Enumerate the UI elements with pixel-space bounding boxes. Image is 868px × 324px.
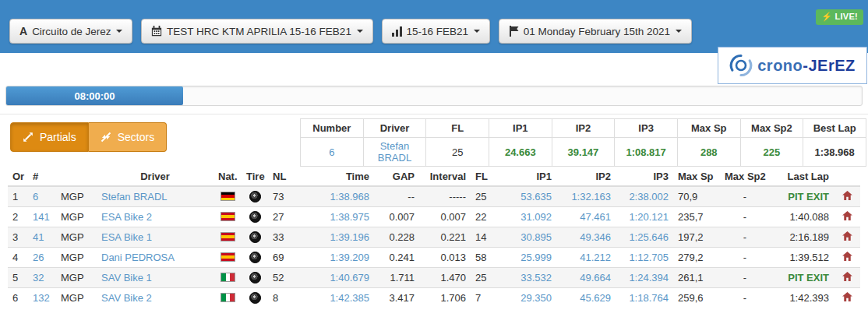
summary-column-header: FL	[426, 119, 489, 138]
time-cell[interactable]: 1:39.196	[296, 227, 374, 248]
time-cell[interactable]: 1:38.975	[296, 207, 374, 227]
ip3-cell[interactable]: 1:18.764	[616, 288, 673, 308]
nl-cell: 52	[268, 268, 296, 288]
summary-ip3-cell: 1:08.817	[615, 138, 678, 167]
num-cell[interactable]: 41	[28, 227, 56, 248]
or-cell: 4	[8, 248, 28, 268]
event-dropdown[interactable]: TEST HRC KTM APRILIA 15-16 FEB21	[141, 19, 373, 44]
ip2-cell[interactable]: 47.461	[556, 207, 616, 227]
or-cell: 6	[8, 288, 28, 308]
nationality-cell	[213, 227, 242, 248]
driver-cell[interactable]: Stefan BRADL	[97, 186, 213, 207]
timing-column-header: Interval	[419, 167, 471, 186]
maxsp-cell: 261,1	[673, 268, 720, 288]
partials-button[interactable]: Partials	[10, 122, 89, 152]
home-icon[interactable]	[842, 272, 852, 281]
home-icon[interactable]	[842, 292, 852, 301]
ip3-cell[interactable]: 1:20.121	[616, 207, 673, 227]
maxsp2-cell: -	[720, 248, 770, 268]
maxsp2-cell: -	[720, 186, 770, 207]
pit-home-cell	[834, 207, 860, 227]
circuit-dropdown[interactable]: A Circuito de Jerez	[9, 19, 132, 44]
tire-cell	[242, 288, 268, 308]
maxsp-cell: 259,6	[673, 288, 720, 308]
summary-column-header: IP2	[552, 119, 615, 138]
gap-cell: --	[374, 186, 419, 207]
timing-column-header: Nat.	[213, 167, 242, 186]
driver-cell[interactable]: SAV Bike 2	[97, 288, 213, 308]
last-lap-cell: 1:40.088	[770, 207, 834, 227]
ip1-cell[interactable]: 53.635	[499, 186, 556, 207]
pit-home-cell	[834, 248, 860, 268]
driver-cell[interactable]: ESA Bike 1	[97, 227, 213, 248]
num-cell[interactable]: 132	[28, 288, 56, 308]
driver-cell[interactable]: Dani PEDROSA	[97, 248, 213, 268]
es-flag-icon	[221, 212, 235, 221]
num-cell[interactable]: 26	[28, 248, 56, 268]
session-group-dropdown[interactable]: 15-16 FEB21	[382, 19, 491, 44]
ip3-cell[interactable]: 2:38.002	[616, 186, 673, 207]
timing-column-header: Driver	[97, 167, 213, 186]
home-icon[interactable]	[842, 231, 852, 241]
ip2-cell[interactable]: 49.664	[556, 268, 616, 288]
fl-cell: 25	[471, 186, 499, 207]
ip3-cell[interactable]: 1:25.646	[616, 227, 673, 248]
ip3-cell[interactable]: 1:12.705	[616, 248, 673, 268]
num-cell[interactable]: 141	[28, 207, 56, 227]
last-lap-cell: 1:42.393	[770, 288, 834, 308]
nationality-cell	[213, 248, 242, 268]
ip2-cell[interactable]: 41.212	[556, 248, 616, 268]
sectors-button[interactable]: Sectors	[89, 122, 167, 152]
home-icon[interactable]	[842, 191, 852, 200]
interval-cell: 0.221	[419, 227, 471, 248]
num-cell[interactable]: 32	[28, 268, 56, 288]
table-row: 16MGPStefan BRADL731:38.968-------2553.6…	[8, 186, 860, 207]
ip2-cell[interactable]: 49.346	[556, 227, 616, 248]
ip1-cell[interactable]: 25.999	[499, 248, 556, 268]
home-icon[interactable]	[842, 211, 852, 220]
summary-driver-cell[interactable]: Stefan BRADL	[363, 138, 426, 167]
driver-cell[interactable]: ESA Bike 2	[97, 207, 213, 227]
maxsp-cell: 70,9	[673, 186, 720, 207]
pit-home-cell	[834, 268, 860, 288]
fl-cell: 22	[471, 207, 499, 227]
ip1-cell[interactable]: 29.350	[499, 288, 556, 308]
tire-icon	[249, 252, 261, 263]
timing-column-header	[834, 167, 860, 186]
summary-column-header: Max Sp	[677, 119, 740, 138]
ip2-cell[interactable]: 1:32.163	[556, 186, 616, 207]
live-label: LIVE!	[834, 12, 858, 21]
ip1-cell[interactable]: 31.092	[499, 207, 556, 227]
time-cell[interactable]: 1:40.679	[296, 268, 374, 288]
timing-column-header: IP1	[499, 167, 556, 186]
time-cell[interactable]: 1:38.968	[296, 186, 374, 207]
ip1-cell[interactable]: 30.895	[499, 227, 556, 248]
ip1-cell[interactable]: 33.532	[499, 268, 556, 288]
ip2-cell[interactable]: 45.629	[556, 288, 616, 308]
num-cell[interactable]: 6	[28, 186, 56, 207]
partials-label: Partials	[40, 131, 76, 143]
ip3-cell[interactable]: 1:24.394	[616, 268, 673, 288]
interval-cell: 1.706	[419, 288, 471, 308]
event-dropdown-label: TEST HRC KTM APRILIA 15-16 FEB21	[167, 26, 351, 37]
es-flag-icon	[221, 252, 235, 262]
live-status-badge: ⚡LIVE!	[816, 9, 863, 25]
or-cell: 5	[8, 268, 28, 288]
time-cell[interactable]: 1:42.385	[296, 288, 374, 308]
summary-value-row: 6Stefan BRADL2524.66339.1471:08.81728822…	[301, 138, 866, 167]
session-clock: 08:00:00	[74, 90, 115, 102]
time-cell[interactable]: 1:39.209	[296, 248, 374, 268]
gap-cell: 1.711	[374, 268, 419, 288]
summary-number-cell[interactable]: 6	[301, 138, 364, 167]
timing-column-header: Tire	[242, 167, 268, 186]
day-dropdown[interactable]: 01 Monday February 15th 2021	[499, 19, 692, 44]
nationality-cell	[213, 186, 242, 207]
it-flag-icon	[221, 293, 235, 302]
timing-column-header: GAP	[374, 167, 419, 186]
cls-cell: MGP	[56, 288, 97, 308]
maxsp2-cell: -	[720, 268, 770, 288]
crono-jerez-swirl-icon	[729, 52, 754, 79]
home-icon[interactable]	[842, 252, 852, 261]
driver-cell[interactable]: SAV Bike 1	[97, 268, 213, 288]
cls-cell: MGP	[56, 248, 97, 268]
